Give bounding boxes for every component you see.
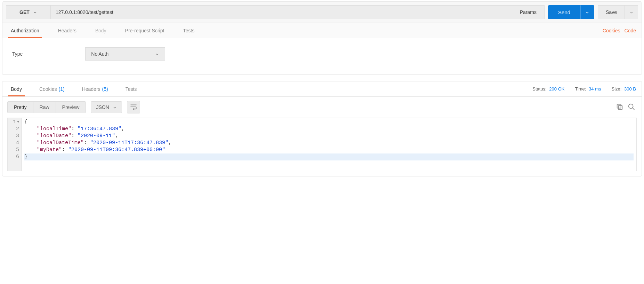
response-panel: Body Cookies (1) Headers (5) Tests Statu… — [2, 81, 642, 176]
response-tabs: Body Cookies (1) Headers (5) Tests Statu… — [2, 81, 642, 97]
auth-section: Type No Auth — [2, 38, 642, 74]
text-cursor — [28, 154, 28, 159]
response-meta: Status: 200 OK Time: 34 ms Size: 300 B — [532, 86, 636, 92]
tab-body[interactable]: Body — [92, 23, 109, 38]
size-group: Size: 300 B — [611, 86, 636, 92]
tab-prerequest[interactable]: Pre-request Script — [122, 23, 167, 38]
time-label: Time: — [575, 86, 586, 92]
resp-tab-cookies[interactable]: Cookies (1) — [37, 81, 67, 96]
save-dropdown[interactable] — [625, 5, 638, 19]
send-button[interactable]: Send — [548, 5, 580, 19]
chevron-down-icon — [585, 10, 589, 14]
status-label: Status: — [532, 86, 546, 92]
chevron-down-icon — [155, 52, 159, 56]
chevron-down-icon — [33, 10, 37, 14]
request-bar: GET 127.0.0.1:8020/test/gettest Params S… — [2, 2, 642, 23]
size-label: Size: — [611, 86, 621, 92]
auth-type-label: Type — [12, 51, 23, 57]
svg-line-5 — [633, 108, 635, 110]
resp-tab-headers[interactable]: Headers (5) — [79, 81, 111, 96]
url-input[interactable]: 127.0.0.1:8020/test/gettest — [50, 5, 512, 19]
fold-icon[interactable]: ▼ — [17, 119, 19, 126]
send-group: Send — [548, 5, 594, 19]
line-gutter: 1▼ 2 3 4 5 6 — [8, 118, 22, 171]
body-toolbar: Pretty Raw Preview JSON — [2, 97, 642, 118]
params-button[interactable]: Params — [512, 5, 545, 19]
cookies-count: (1) — [59, 86, 65, 92]
method-select[interactable]: GET — [6, 5, 50, 19]
status-group: Status: 200 OK — [532, 86, 564, 92]
resp-tab-tests[interactable]: Tests — [123, 81, 140, 96]
view-raw[interactable]: Raw — [33, 102, 56, 113]
time-group: Time: 34 ms — [575, 86, 601, 92]
tab-authorization[interactable]: Authorization — [8, 23, 42, 38]
request-links: Cookies Code — [603, 28, 636, 33]
toolbar-right — [616, 103, 637, 112]
format-value: JSON — [96, 104, 109, 110]
status-value: 200 OK — [549, 86, 564, 92]
tab-tests[interactable]: Tests — [180, 23, 197, 38]
headers-count: (5) — [102, 86, 108, 92]
svg-rect-3 — [617, 104, 621, 108]
resp-tab-body[interactable]: Body — [8, 81, 25, 96]
search-icon[interactable] — [628, 103, 635, 112]
wrap-icon — [130, 104, 137, 111]
tab-headers[interactable]: Headers — [55, 23, 79, 38]
request-tabs: Authorization Headers Body Pre-request S… — [2, 23, 642, 38]
code-view: 1▼ 2 3 4 5 6 { "localTime": "17:36:47.83… — [7, 118, 637, 171]
size-value: 300 B — [624, 86, 636, 92]
format-select[interactable]: JSON — [91, 101, 122, 113]
cookies-link[interactable]: Cookies — [603, 28, 620, 33]
copy-icon[interactable] — [616, 103, 623, 112]
auth-type-select[interactable]: No Auth — [85, 47, 165, 61]
code-link[interactable]: Code — [625, 28, 636, 33]
auth-type-value: No Auth — [91, 51, 108, 57]
svg-point-4 — [629, 104, 633, 108]
time-value: 34 ms — [589, 86, 601, 92]
wrap-lines-button[interactable] — [127, 101, 140, 113]
view-pretty[interactable]: Pretty — [8, 102, 33, 113]
chevron-down-icon — [113, 105, 117, 109]
method-value: GET — [19, 9, 30, 15]
save-group: Save — [598, 5, 638, 19]
save-button[interactable]: Save — [598, 5, 625, 19]
chevron-down-icon — [629, 10, 634, 14]
code-body[interactable]: { "localTime": "17:36:47.839", "localDat… — [22, 118, 636, 171]
request-panel: GET 127.0.0.1:8020/test/gettest Params S… — [2, 1, 642, 75]
view-preview[interactable]: Preview — [56, 102, 86, 113]
send-dropdown[interactable] — [580, 5, 594, 19]
svg-rect-2 — [618, 105, 622, 109]
view-mode-group: Pretty Raw Preview — [7, 101, 86, 113]
url-text: 127.0.0.1:8020/test/gettest — [56, 9, 113, 15]
